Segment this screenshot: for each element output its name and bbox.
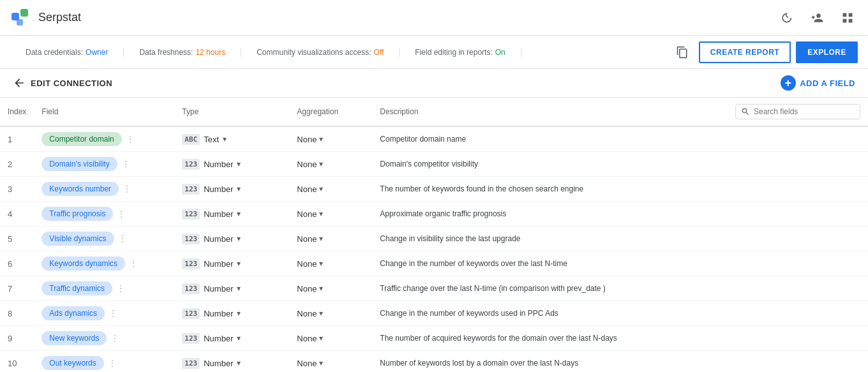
copy-button[interactable]: [671, 41, 694, 64]
agg-dropdown-arrow[interactable]: ▾: [319, 184, 323, 193]
type-dropdown-arrow[interactable]: ▾: [223, 135, 227, 144]
cell-type: 123 Number ▾: [174, 202, 289, 227]
drag-handle[interactable]: ⋮: [116, 283, 125, 294]
field-tag[interactable]: Out keywords: [41, 356, 103, 370]
agg-dropdown-arrow[interactable]: ▾: [319, 160, 323, 168]
field-tag[interactable]: Keywords dynamics: [41, 257, 125, 271]
cell-aggregation: None ▾: [289, 276, 372, 301]
type-dropdown-arrow[interactable]: ▾: [237, 209, 241, 218]
agg-dropdown-arrow[interactable]: ▾: [319, 209, 323, 218]
explore-button[interactable]: EXPLORE: [796, 41, 858, 63]
cell-empty: [728, 152, 868, 177]
agg-dropdown-arrow[interactable]: ▾: [319, 334, 323, 343]
drag-handle[interactable]: ⋮: [108, 358, 117, 368]
type-label: Number: [204, 309, 233, 318]
cell-field: Traffic dynamics ⋮: [34, 276, 174, 301]
type-dropdown-arrow[interactable]: ▾: [237, 259, 241, 268]
type-dropdown-arrow[interactable]: ▾: [237, 234, 241, 243]
type-icon: 123: [182, 184, 200, 195]
cell-description: Number of keywords lost by a domain over…: [372, 351, 728, 373]
cell-index: 2: [0, 152, 34, 177]
drag-handle[interactable]: ⋮: [118, 234, 127, 244]
drag-handle[interactable]: ⋮: [129, 258, 138, 269]
add-field-button[interactable]: + ADD A FIELD: [781, 75, 855, 91]
drag-handle[interactable]: ⋮: [123, 184, 131, 194]
community-item: Community visualizations access: Off: [241, 48, 400, 57]
cell-aggregation: None ▾: [289, 326, 372, 351]
cell-index: 4: [0, 202, 34, 227]
type-dropdown-arrow[interactable]: ▾: [237, 359, 241, 368]
history-icon-btn[interactable]: [776, 8, 797, 28]
type-label: Number: [204, 284, 233, 294]
cell-index: 3: [0, 177, 34, 202]
field-cell-inner: Traffic prognosis ⋮: [41, 207, 167, 221]
type-dropdown-arrow[interactable]: ▾: [237, 284, 241, 293]
search-input[interactable]: [754, 107, 843, 116]
agg-dropdown-arrow[interactable]: ▾: [319, 234, 323, 243]
cell-field: Visible dynamics ⋮: [34, 227, 174, 251]
cell-description: The number of acquired keywords for the …: [372, 326, 728, 351]
field-cell-inner: Ads dynamics ⋮: [41, 306, 167, 320]
field-tag[interactable]: New keywords: [41, 331, 107, 345]
search-wrapper: [735, 104, 860, 119]
type-label: Number: [204, 209, 233, 219]
agg-dropdown-arrow[interactable]: ▾: [319, 259, 323, 268]
col-index: Index: [0, 98, 34, 126]
type-icon: 123: [182, 333, 200, 344]
type-label: Number: [204, 259, 233, 269]
cell-aggregation: None ▾: [289, 152, 372, 177]
history-icon: [780, 11, 793, 24]
fields-table: Index Field Type Aggregation Description…: [0, 98, 868, 372]
type-dropdown-arrow[interactable]: ▾: [237, 309, 241, 318]
agg-dropdown-arrow[interactable]: ▾: [319, 359, 323, 368]
agg-dropdown-arrow[interactable]: ▾: [319, 309, 323, 318]
copy-icon: [676, 46, 689, 59]
table-row: 7 Traffic dynamics ⋮ 123 Number ▾ None ▾…: [0, 276, 868, 301]
freshness-value: 12 hours: [195, 48, 225, 57]
type-icon: 123: [182, 209, 200, 219]
field-tag[interactable]: Ads dynamics: [41, 306, 105, 320]
create-report-button[interactable]: CREATE REPORT: [699, 41, 791, 63]
edit-connection-label: EDIT CONNECTION: [31, 78, 112, 88]
type-cell: 123 Number ▾: [182, 333, 281, 344]
type-dropdown-arrow[interactable]: ▾: [237, 160, 241, 168]
type-icon: ABC: [182, 134, 200, 145]
grid-icon-btn[interactable]: [837, 8, 858, 28]
field-tag[interactable]: Traffic prognosis: [41, 207, 113, 221]
cell-aggregation: None ▾: [289, 126, 372, 152]
cell-field: Competitor domain ⋮: [34, 126, 174, 152]
cell-field: Out keywords ⋮: [34, 351, 174, 373]
fields-table-container: Index Field Type Aggregation Description…: [0, 98, 868, 372]
field-tag[interactable]: Domain's visibility: [41, 157, 117, 171]
person-add-icon-btn[interactable]: [807, 8, 827, 28]
grid-icon: [841, 11, 854, 24]
info-bar-actions: CREATE REPORT EXPLORE: [671, 41, 858, 64]
drag-handle[interactable]: ⋮: [108, 308, 117, 318]
type-label: Number: [204, 234, 233, 244]
drag-handle[interactable]: ⋮: [117, 209, 126, 219]
field-tag[interactable]: Visible dynamics: [41, 232, 114, 246]
drag-handle[interactable]: ⋮: [121, 159, 130, 169]
cell-aggregation: None ▾: [289, 251, 372, 276]
cell-empty: [728, 276, 868, 301]
drag-handle[interactable]: ⋮: [110, 333, 119, 343]
agg-cell: None ▾: [297, 284, 364, 294]
agg-dropdown-arrow[interactable]: ▾: [319, 284, 323, 293]
type-icon: 123: [182, 283, 200, 294]
cell-type: 123 Number ▾: [174, 301, 289, 326]
cell-index: 6: [0, 251, 34, 276]
cell-aggregation: None ▾: [289, 227, 372, 251]
agg-dropdown-arrow[interactable]: ▾: [319, 135, 323, 144]
field-tag[interactable]: Traffic dynamics: [41, 281, 112, 295]
cell-field: Keywords number ⋮: [34, 177, 174, 202]
agg-cell: None ▾: [297, 135, 364, 144]
table-row: 4 Traffic prognosis ⋮ 123 Number ▾ None …: [0, 202, 868, 227]
field-tag[interactable]: Keywords number: [41, 182, 119, 196]
editing-item: Field editing in reports: On: [400, 48, 521, 57]
credentials-label: Data credentials:: [26, 48, 83, 57]
field-tag[interactable]: Competitor domain: [41, 132, 121, 146]
type-dropdown-arrow[interactable]: ▾: [237, 184, 241, 193]
type-dropdown-arrow[interactable]: ▾: [237, 334, 241, 343]
back-button[interactable]: EDIT CONNECTION: [13, 77, 112, 89]
drag-handle[interactable]: ⋮: [126, 134, 135, 144]
